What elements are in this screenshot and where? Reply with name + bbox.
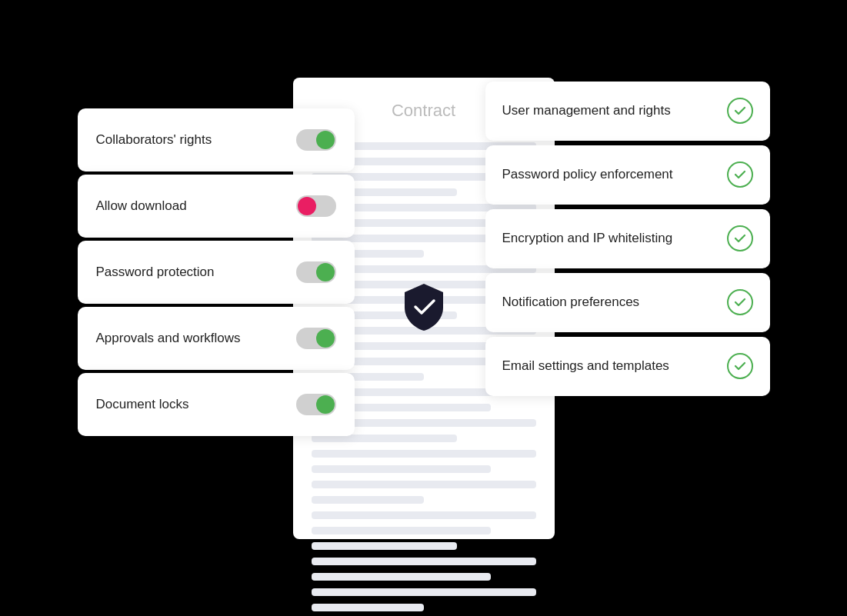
doc-line — [312, 465, 492, 473]
doc-line — [312, 558, 536, 565]
check-icon-pwd-policy — [727, 161, 753, 188]
doc-line — [312, 542, 458, 550]
toggle-collaborators[interactable] — [296, 129, 336, 151]
doc-line — [312, 604, 424, 611]
toggle-knob — [316, 263, 335, 281]
toggle-locks[interactable] — [296, 394, 336, 415]
doc-line — [312, 481, 536, 488]
shield-icon — [397, 280, 451, 337]
check-label-user-mgmt: User management and rights — [502, 103, 671, 118]
doc-line — [312, 588, 536, 596]
check-card-user-mgmt: User management and rights — [485, 82, 770, 141]
check-icon-encryption — [727, 225, 753, 251]
check-card-encryption: Encryption and IP whitelisting — [485, 209, 770, 268]
check-label-encryption: Encryption and IP whitelisting — [502, 231, 673, 246]
check-icon-user-mgmt — [727, 98, 753, 124]
doc-line — [312, 496, 424, 504]
toggle-approvals[interactable] — [296, 328, 336, 349]
check-label-email: Email settings and templates — [502, 358, 669, 374]
toggle-password[interactable] — [296, 261, 336, 283]
check-icon-email — [727, 353, 753, 379]
toggle-knob — [316, 329, 335, 348]
toggle-knob — [316, 395, 335, 414]
left-cards-container: Collaborators' rights Allow download Pas… — [78, 108, 355, 438]
toggle-label-collaborators: Collaborators' rights — [96, 132, 212, 148]
toggle-label-password: Password protection — [96, 265, 215, 280]
toggle-label-locks: Document locks — [96, 397, 189, 412]
toggle-card-download: Allow download — [78, 175, 355, 238]
doc-line — [312, 573, 492, 581]
contract-title: Contract — [392, 101, 455, 121]
toggle-card-password: Password protection — [78, 241, 355, 304]
doc-line — [312, 527, 492, 534]
doc-line — [312, 450, 536, 458]
check-card-email: Email settings and templates — [485, 337, 770, 396]
right-cards-container: User management and rights Password poli… — [485, 82, 770, 398]
toggle-card-approvals: Approvals and workflows — [78, 307, 355, 370]
doc-line — [312, 511, 536, 519]
check-card-notifications: Notification preferences — [485, 273, 770, 332]
check-card-pwd-policy: Password policy enforcement — [485, 145, 770, 205]
toggle-label-download: Allow download — [96, 198, 187, 214]
check-icon-notifications — [727, 289, 753, 315]
toggle-knob — [298, 197, 316, 215]
toggle-card-collaborators: Collaborators' rights — [78, 108, 355, 171]
toggle-label-approvals: Approvals and workflows — [96, 331, 241, 346]
check-label-pwd-policy: Password policy enforcement — [502, 167, 673, 182]
toggle-card-locks: Document locks — [78, 373, 355, 436]
check-label-notifications: Notification preferences — [502, 295, 640, 310]
toggle-knob — [316, 131, 335, 149]
toggle-download[interactable] — [296, 195, 336, 217]
scene: Contract — [78, 32, 770, 585]
